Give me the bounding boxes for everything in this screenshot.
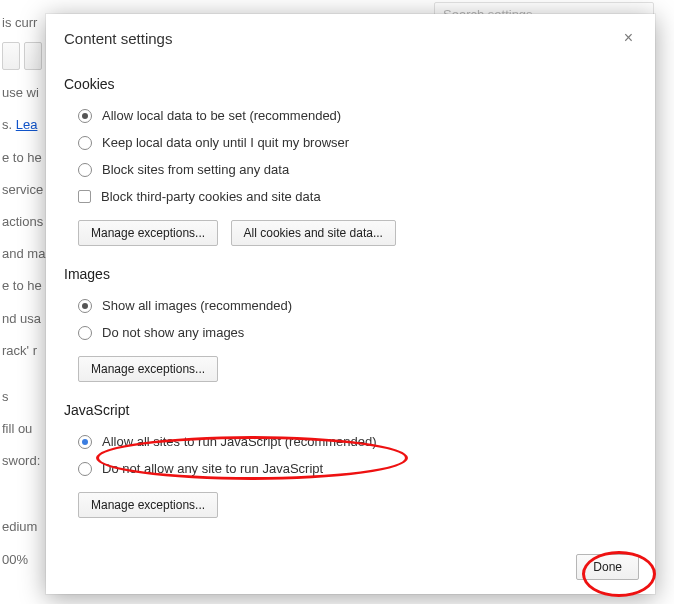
images-manage-exceptions-button[interactable]: Manage exceptions... <box>78 356 218 382</box>
radio-icon[interactable] <box>78 435 92 449</box>
images-option-do-not-show[interactable]: Do not show any images <box>78 319 637 346</box>
option-label: Allow all sites to run JavaScript (recom… <box>102 434 377 449</box>
radio-icon[interactable] <box>78 299 92 313</box>
dialog-title: Content settings <box>64 30 172 47</box>
option-label: Allow local data to be set (recommended) <box>102 108 341 123</box>
cookies-checkbox-block-third-party[interactable]: Block third-party cookies and site data <box>78 183 637 210</box>
javascript-manage-exceptions-button[interactable]: Manage exceptions... <box>78 492 218 518</box>
option-label: Show all images (recommended) <box>102 298 292 313</box>
radio-icon[interactable] <box>78 109 92 123</box>
section-javascript: JavaScript Allow all sites to run JavaSc… <box>64 402 637 518</box>
content-settings-dialog: Content settings × Cookies Allow local d… <box>46 14 655 594</box>
javascript-option-disallow[interactable]: Do not allow any site to run JavaScript <box>78 455 637 482</box>
javascript-option-allow-all[interactable]: Allow all sites to run JavaScript (recom… <box>78 428 637 455</box>
dialog-body[interactable]: Cookies Allow local data to be set (reco… <box>46 56 655 544</box>
radio-icon[interactable] <box>78 462 92 476</box>
dialog-header: Content settings × <box>46 14 655 56</box>
cookies-option-keep-until-quit[interactable]: Keep local data only until I quit my bro… <box>78 129 637 156</box>
option-label: Do not allow any site to run JavaScript <box>102 461 323 476</box>
radio-icon[interactable] <box>78 326 92 340</box>
option-label: Block sites from setting any data <box>102 162 289 177</box>
bg-link[interactable]: Lea <box>16 117 38 132</box>
close-icon[interactable]: × <box>620 28 637 48</box>
cookies-option-block-all[interactable]: Block sites from setting any data <box>78 156 637 183</box>
images-heading: Images <box>64 266 637 282</box>
section-images: Images Show all images (recommended) Do … <box>64 266 637 382</box>
checkbox-icon[interactable] <box>78 190 91 203</box>
cookies-manage-exceptions-button[interactable]: Manage exceptions... <box>78 220 218 246</box>
cookies-option-allow-local[interactable]: Allow local data to be set (recommended) <box>78 102 637 129</box>
radio-icon[interactable] <box>78 136 92 150</box>
dialog-footer: Done <box>46 544 655 594</box>
option-label: Block third-party cookies and site data <box>101 189 321 204</box>
done-button[interactable]: Done <box>576 554 639 580</box>
section-cookies: Cookies Allow local data to be set (reco… <box>64 76 637 246</box>
option-label: Do not show any images <box>102 325 244 340</box>
radio-icon[interactable] <box>78 163 92 177</box>
option-label: Keep local data only until I quit my bro… <box>102 135 349 150</box>
images-option-show-all[interactable]: Show all images (recommended) <box>78 292 637 319</box>
cookies-all-data-button[interactable]: All cookies and site data... <box>231 220 396 246</box>
javascript-heading: JavaScript <box>64 402 637 418</box>
cookies-heading: Cookies <box>64 76 637 92</box>
